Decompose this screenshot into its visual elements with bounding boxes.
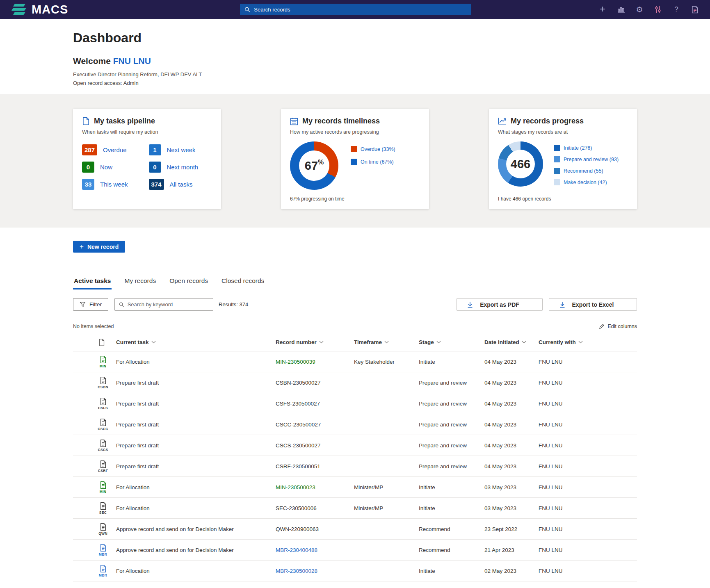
legend-label: Make decision (42) [564,180,607,185]
stat-label-link[interactable]: Next week [167,146,196,153]
column-header-record-number[interactable]: Record number [276,339,354,345]
column-header-stage[interactable]: Stage [419,339,484,345]
table-row[interactable]: CSRFPrepare first draftCSRF-230500051Pre… [73,456,637,477]
keyword-search-input[interactable] [128,301,209,308]
record-document-icon [100,502,107,510]
cell-record-number[interactable]: SEC-230500006 [276,505,354,511]
record-document-icon [100,376,107,385]
table-row[interactable]: CSFSPrepare first draftCSFS-230500027Pre… [73,393,637,414]
cell-timeframe: Minister/MP [354,484,419,490]
export-excel-button[interactable]: Export to Excel [549,298,637,311]
table-row[interactable]: CSCSPrepare first draftCSCS-230500027Pre… [73,435,637,456]
stat-label-link[interactable]: Overdue [103,146,127,153]
add-icon[interactable]: + [598,5,607,14]
cell-record-number[interactable]: CSFS-230500027 [276,401,354,407]
tab-open-records[interactable]: Open records [169,276,209,289]
record-type-icon: SEC [90,502,116,515]
app-logo[interactable]: MACS [11,3,68,16]
cell-record-number[interactable]: MBR-230500028 [276,568,354,574]
cell-current-task: For Allocation [116,359,276,365]
pipeline-stat-now: 0Now [82,162,146,173]
column-header-currently-with[interactable]: Currently with [539,339,637,345]
user-name-link[interactable]: FNU LNU [113,56,151,66]
global-search[interactable] [240,4,471,15]
record-document-icon [100,460,107,468]
stat-label-link[interactable]: Next month [167,164,199,171]
cell-record-number[interactable]: MIN-230500023 [276,484,354,490]
pencil-icon [599,324,605,329]
legend-label: Prepare and review (93) [564,157,619,162]
cell-timeframe: Minister/MP [354,505,419,511]
cell-date-initiated: 04 May 2023 [484,463,539,469]
keyword-search[interactable] [114,298,213,311]
record-document-icon [100,565,107,573]
table-row[interactable]: CSBNPrepare first draftCSBN-230500027Pre… [73,372,637,393]
global-search-input[interactable] [254,7,466,13]
cell-current-task: Prepare first draft [116,380,276,386]
export-pdf-button[interactable]: Export as PDF [457,298,543,311]
cell-record-number[interactable]: MBR-230400488 [276,547,354,553]
record-type-icon: CSBN [90,376,116,389]
cell-record-number[interactable]: CSCC-230500027 [276,422,354,428]
new-record-button[interactable]: + New record [73,241,125,253]
table-row[interactable]: QWNApprove record and send on for Decisi… [73,519,637,540]
cell-current-task: For Allocation [116,568,276,574]
stat-label-link[interactable]: Now [100,164,112,171]
tab-active-tasks[interactable]: Active tasks [73,276,112,289]
cell-record-number[interactable]: CSRF-230500051 [276,463,354,469]
chevron-down-icon [384,341,389,344]
table-row[interactable]: SECFor AllocationSEC-230500006Minister/M… [73,498,637,519]
cell-stage: Initiate [419,505,484,511]
record-type-icon: MBR [90,565,116,577]
cell-currently-with: FNU LNU [539,359,637,365]
reports-icon[interactable] [690,5,699,14]
timeliness-legend: Overdue (33%)On time (67%) [351,146,395,190]
table-row[interactable]: MINFor AllocationMIN-230500039Key Stakeh… [73,351,637,372]
legend-swatch [554,145,560,151]
column-header-date-initiated[interactable]: Date initiated [484,339,539,345]
table-row[interactable]: MINFor AllocationMIN-230500023Minister/M… [73,477,637,498]
stat-label-link[interactable]: This week [100,181,128,188]
tab-closed-records[interactable]: Closed records [221,276,265,289]
cell-current-task: Approve record and send on for Decision … [116,526,276,532]
search-icon [244,7,250,13]
card-subtitle: What stages my records are at [498,129,628,135]
help-icon[interactable]: ? [672,5,681,14]
cell-record-number[interactable]: CSCS-230500027 [276,442,354,449]
list-toolbar: Filter Results: 374 Export as PDF Export… [73,298,637,311]
cell-current-task: Prepare first draft [116,401,276,407]
edit-columns-button[interactable]: Edit columns [599,324,637,329]
column-header-timeframe[interactable]: Timeframe [354,339,419,345]
cell-record-number[interactable]: MIN-230500039 [276,359,354,365]
cell-stage: Recommend [419,526,484,532]
pipeline-stat-all-tasks: 374All tasks [149,179,212,190]
table-row[interactable]: CSCCPrepare first draftCSCC-230500027Pre… [73,414,637,435]
cell-current-task: Prepare first draft [116,422,276,428]
analytics-icon[interactable] [616,5,626,14]
legend-item-recommend: Recommend (55) [554,168,619,174]
table-row[interactable]: MBRApprove record and send on for Decisi… [73,540,637,561]
records-table: No items selected Edit columns Current t… [73,324,637,581]
cell-record-number[interactable]: QWN-220900063 [276,526,354,532]
stat-count-badge: 33 [82,179,94,190]
admin-tools-icon[interactable] [653,5,662,14]
tab-my-records[interactable]: My records [123,276,157,289]
settings-icon[interactable]: ⚙ [635,5,644,14]
legend-item-prepare-and-review: Prepare and review (93) [554,156,619,162]
stat-count-badge: 0 [82,162,94,173]
legend-swatch [554,168,560,174]
table-row[interactable]: MBRFor AllocationMBR-230500028Initiate02… [73,561,637,581]
legend-item-initiate: Initiate (276) [554,145,619,151]
search-icon [119,302,124,308]
cell-current-task: Prepare first draft [116,463,276,469]
stat-label-link[interactable]: All tasks [170,181,193,188]
cell-stage: Prepare and review [419,401,484,407]
record-document-icon [100,439,107,447]
column-header-current-task[interactable]: Current task [116,339,276,345]
cell-currently-with: FNU LNU [539,526,637,532]
cell-record-number[interactable]: CSBN-230500027 [276,380,354,386]
plus-icon: + [80,243,84,251]
filter-button[interactable]: Filter [73,298,108,311]
card-title: My records timeliness [302,117,380,125]
cell-stage: Initiate [419,359,484,365]
